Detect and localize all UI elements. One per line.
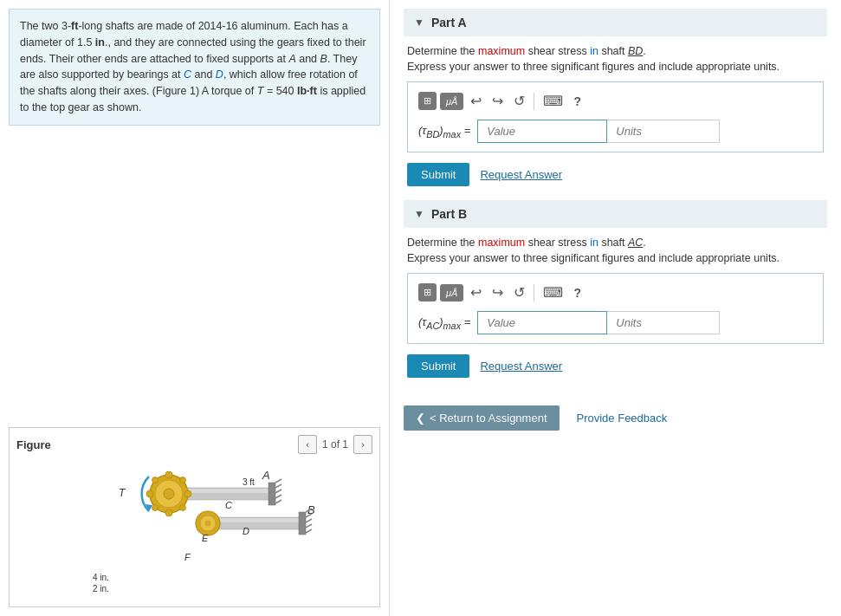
- part-b-chevron: ▼: [414, 208, 424, 220]
- part-b-answer-box: ⊞ μÅ ↩ ↪ ↺ ⌨ ? (τAC)max =: [407, 273, 824, 344]
- figure-diagram: A B: [56, 464, 333, 598]
- svg-text:2 in.: 2 in.: [93, 584, 109, 593]
- figure-page-indicator: 1 of 1: [322, 438, 348, 451]
- figure-nav-controls: ‹ 1 of 1 ›: [298, 435, 372, 454]
- part-a-value-input[interactable]: [477, 120, 607, 143]
- part-a-toolbar-divider: [534, 93, 534, 110]
- part-b-instruction: Express your answer to three significant…: [407, 252, 824, 264]
- bottom-actions: ❮ < Return to Assignment Provide Feedbac…: [404, 399, 827, 431]
- svg-point-15: [179, 477, 185, 483]
- part-a-section: ▼ Part A Determine the maximum shear str…: [404, 9, 827, 186]
- part-b-toolbar: ⊞ μÅ ↩ ↪ ↺ ⌨ ?: [418, 282, 812, 302]
- part-b-submit-button[interactable]: Submit: [407, 354, 469, 378]
- part-a-label: Part A: [431, 16, 467, 29]
- problem-text: The two 3-ft-long shafts are made of 201…: [9, 9, 380, 126]
- svg-point-20: [204, 520, 210, 526]
- part-b-redo-button[interactable]: ↪: [488, 282, 507, 302]
- part-b-refresh-button[interactable]: ↺: [510, 282, 528, 302]
- part-b-actions: Submit Request Answer: [407, 354, 824, 378]
- part-a-answer-box: ⊞ μÅ ↩ ↪ ↺ ⌨ ? (τBD)max =: [407, 81, 824, 152]
- part-a-units-input[interactable]: [607, 120, 720, 143]
- part-a-request-answer-button[interactable]: Request Answer: [480, 168, 562, 181]
- svg-text:C: C: [225, 500, 232, 510]
- svg-rect-27: [299, 512, 306, 535]
- svg-rect-6: [208, 518, 303, 522]
- figure-next-button[interactable]: ›: [353, 435, 372, 454]
- part-a-chevron: ▼: [414, 16, 424, 29]
- return-btn-label: < Return to Assignment: [430, 412, 547, 425]
- part-a-actions: Submit Request Answer: [407, 163, 824, 186]
- part-a-instruction: Express your answer to three significant…: [407, 61, 824, 73]
- part-b-header[interactable]: ▼ Part B: [404, 200, 827, 228]
- svg-text:E: E: [202, 533, 209, 543]
- figure-header: Figure ‹ 1 of 1 ›: [16, 435, 372, 454]
- part-b-request-answer-button[interactable]: Request Answer: [480, 360, 562, 373]
- svg-point-13: [165, 509, 172, 516]
- part-b-body: Determine the maximum shear stress in sh…: [404, 237, 827, 378]
- svg-point-11: [184, 490, 191, 497]
- part-a-submit-button[interactable]: Submit: [407, 163, 469, 186]
- part-b-input-label: (τAC)max =: [418, 315, 470, 331]
- part-a-mu-button[interactable]: μÅ: [440, 93, 463, 110]
- figure-image: A B: [16, 461, 372, 600]
- provide-feedback-button[interactable]: Provide Feedback: [577, 412, 668, 425]
- part-b-help-button[interactable]: ?: [570, 284, 585, 302]
- return-chevron-icon: ❮: [416, 412, 425, 425]
- part-b-label: Part B: [431, 207, 467, 221]
- part-b-description: Determine the maximum shear stress in sh…: [407, 237, 824, 249]
- svg-point-17: [179, 504, 185, 510]
- part-a-input-label: (τBD)max =: [418, 124, 470, 139]
- part-b-input-row: (τAC)max =: [418, 311, 812, 334]
- svg-text:3 ft: 3 ft: [243, 477, 255, 487]
- svg-rect-21: [268, 483, 275, 505]
- svg-point-12: [165, 471, 172, 478]
- part-b-mu-button[interactable]: μÅ: [440, 284, 463, 302]
- part-a-header[interactable]: ▼ Part A: [404, 9, 827, 36]
- part-a-refresh-button[interactable]: ↺: [510, 91, 528, 111]
- part-b-section: ▼ Part B Determine the maximum shear str…: [404, 200, 827, 378]
- part-b-value-input[interactable]: [477, 311, 607, 334]
- part-b-grid-button[interactable]: ⊞: [418, 283, 437, 302]
- figure-prev-button[interactable]: ‹: [298, 435, 317, 454]
- part-a-keyboard-button[interactable]: ⌨: [540, 91, 566, 111]
- right-panel: ▼ Part A Determine the maximum shear str…: [390, 0, 841, 616]
- svg-point-14: [152, 477, 158, 483]
- part-a-toolbar: ⊞ μÅ ↩ ↪ ↺ ⌨ ?: [418, 91, 812, 111]
- svg-point-16: [152, 504, 158, 510]
- part-b-toolbar-divider: [534, 284, 534, 302]
- left-panel: The two 3-ft-long shafts are made of 201…: [0, 0, 390, 616]
- svg-point-9: [164, 489, 174, 499]
- return-to-assignment-button[interactable]: ❮ < Return to Assignment: [404, 405, 560, 431]
- figure-title: Figure: [16, 438, 51, 451]
- part-a-description: Determine the maximum shear stress in sh…: [407, 45, 824, 57]
- part-a-input-row: (τBD)max =: [418, 120, 812, 143]
- svg-point-10: [146, 490, 153, 497]
- figure-section: Figure ‹ 1 of 1 › A B: [9, 427, 380, 607]
- svg-text:D: D: [243, 526, 249, 536]
- part-a-undo-button[interactable]: ↩: [467, 91, 485, 111]
- svg-text:4 in.: 4 in.: [93, 573, 109, 582]
- part-b-units-input[interactable]: [607, 311, 720, 334]
- svg-text:A: A: [262, 469, 270, 482]
- part-a-redo-button[interactable]: ↪: [488, 91, 507, 111]
- part-b-undo-button[interactable]: ↩: [467, 282, 485, 302]
- part-a-help-button[interactable]: ?: [570, 93, 585, 110]
- part-a-grid-button[interactable]: ⊞: [418, 92, 437, 110]
- part-b-keyboard-button[interactable]: ⌨: [540, 282, 566, 302]
- part-a-body: Determine the maximum shear stress in sh…: [404, 45, 827, 186]
